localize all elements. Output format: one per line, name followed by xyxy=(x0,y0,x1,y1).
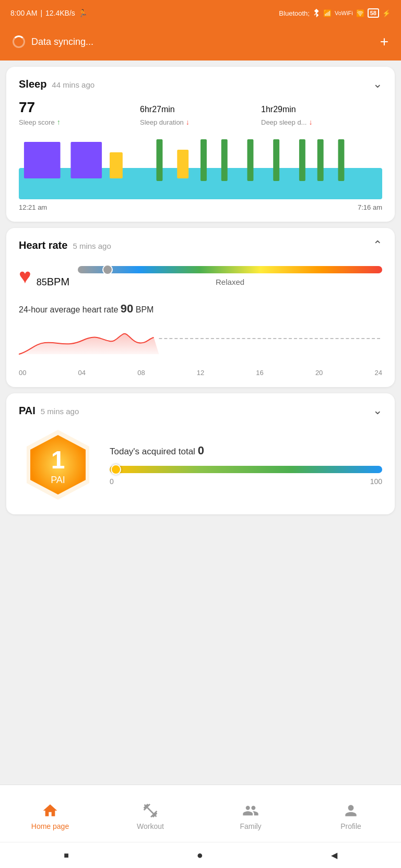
hr-chart xyxy=(19,323,382,365)
sleep-chart xyxy=(19,137,382,199)
svg-rect-5 xyxy=(177,150,188,178)
heart-rate-card: Heart rate 5 mins ago ⌃ ♥ 85BPM Relaxed … xyxy=(6,228,395,387)
charging-icon: ⚡ xyxy=(382,9,391,17)
header: Data syncing... + xyxy=(0,26,401,61)
pai-acquired: Today's acquired total 0 xyxy=(110,444,382,457)
hr-time-8: 08 xyxy=(137,369,145,377)
sleep-title: Sleep xyxy=(19,78,46,90)
pai-range-min: 0 xyxy=(110,477,114,486)
hr-time-4: 04 xyxy=(78,369,86,377)
stop-button[interactable]: ■ xyxy=(64,851,69,860)
status-time: 8:00 AM xyxy=(10,9,37,17)
home-icon xyxy=(42,802,58,819)
svg-rect-12 xyxy=(317,139,324,181)
status-bar: 8:00 AM | 12.4KB/s 🏃 Bluetooth; 📶 VoWiFi… xyxy=(0,0,401,26)
nav-label-home: Home page xyxy=(31,822,69,830)
nav-item-profile[interactable]: Profile xyxy=(301,785,401,842)
svg-rect-10 xyxy=(273,139,279,181)
sleep-duration-stat: 6hr27min Sleep duration ↓ xyxy=(140,99,261,126)
pai-time-ago: 5 mins ago xyxy=(41,407,79,416)
bluetooth-icon: Bluetooth; xyxy=(279,9,310,17)
sleep-deep-stat: 1hr29min Deep sleep d... ↓ xyxy=(261,99,382,126)
sleep-card: Sleep 44 mins ago ⌄ 77 Sleep score ↑ 6hr… xyxy=(6,67,395,222)
status-network-icon: 🏃 xyxy=(78,9,87,17)
sleep-card-header: Sleep 44 mins ago ⌄ xyxy=(19,77,382,91)
svg-rect-6 xyxy=(156,139,162,181)
avg-bpm-value: 90 xyxy=(121,302,133,315)
svg-rect-13 xyxy=(338,139,344,181)
status-network: 12.4KB/s xyxy=(45,9,75,17)
pai-progress-indicator xyxy=(111,464,121,475)
sleep-score-value: 77 xyxy=(19,99,140,116)
heart-icon: ♥ xyxy=(19,264,31,288)
status-right: Bluetooth; 📶 VoWiFi 🛜 58 ⚡ xyxy=(279,8,391,18)
sleep-duration-label: Sleep duration ↓ xyxy=(140,118,261,126)
svg-rect-3 xyxy=(70,142,102,178)
heart-rate-main: ♥ 85BPM Relaxed xyxy=(19,260,382,292)
sleep-score-trend: ↑ xyxy=(57,118,61,126)
sleep-timeline: 12:21 am 7:16 am xyxy=(19,203,382,211)
heart-rate-title: Heart rate xyxy=(19,239,67,251)
heart-rate-status: Relaxed xyxy=(216,278,244,286)
pai-right: Today's acquired total 0 0 100 xyxy=(110,444,382,486)
main-content: Sleep 44 mins ago ⌄ 77 Sleep score ↑ 6hr… xyxy=(0,67,401,604)
hr-time-24: 24 xyxy=(374,369,382,377)
svg-rect-2 xyxy=(24,142,61,178)
avg-heart-rate: 24-hour average heart rate 90 BPM xyxy=(19,302,382,316)
nav-label-workout: Workout xyxy=(137,822,164,830)
heart-rate-gauge-indicator xyxy=(102,264,113,275)
pai-card-header: PAI 5 mins ago ⌄ xyxy=(19,404,382,417)
pai-hexagon: 1 PAI xyxy=(19,426,97,504)
battery-icon: 58 xyxy=(368,8,379,18)
sleep-score-label: Sleep score ↑ xyxy=(19,118,140,126)
hr-chart-svg xyxy=(19,323,382,365)
pai-expand-icon[interactable]: ⌄ xyxy=(373,404,382,417)
vowifi-icon: VoWiFi xyxy=(335,10,353,16)
back-button[interactable]: ◀ xyxy=(331,850,337,860)
sleep-expand-icon[interactable]: ⌄ xyxy=(373,77,382,91)
svg-text:PAI: PAI xyxy=(51,475,65,485)
nav-label-family: Family xyxy=(240,822,261,830)
status-left: 8:00 AM | 12.4KB/s 🏃 xyxy=(10,9,87,17)
family-icon xyxy=(242,802,259,819)
bottom-nav: Home page Workout Family Profile xyxy=(0,785,401,842)
heart-rate-gauge-bar xyxy=(78,266,382,273)
svg-rect-8 xyxy=(221,139,228,181)
pai-progress-bar xyxy=(110,466,382,473)
pai-title: PAI xyxy=(19,405,36,417)
nav-item-home[interactable]: Home page xyxy=(0,785,100,842)
sleep-chart-svg xyxy=(19,137,382,199)
sleep-deep-trend: ↓ xyxy=(309,118,312,126)
pai-card: PAI 5 mins ago ⌄ xyxy=(6,393,395,514)
signal-icon: 📶 xyxy=(323,9,332,17)
heart-gauge: Relaxed xyxy=(78,266,382,286)
hr-time-0: 00 xyxy=(19,369,26,377)
sleep-time-ago: 44 mins ago xyxy=(52,80,95,89)
hr-time-16: 16 xyxy=(256,369,263,377)
nav-item-family[interactable]: Family xyxy=(200,785,301,842)
pai-range: 0 100 xyxy=(110,477,382,486)
sync-spinner xyxy=(13,35,25,48)
pai-hexagon-svg: 1 PAI xyxy=(19,426,97,504)
heart-bpm-value: 85BPM xyxy=(37,260,69,292)
svg-rect-11 xyxy=(299,139,305,181)
sleep-deep-value: 1hr29min xyxy=(261,99,382,116)
heart-rate-title-row: Heart rate 5 mins ago xyxy=(19,239,111,251)
sync-text: Data syncing... xyxy=(31,37,93,47)
heart-rate-time-ago: 5 mins ago xyxy=(73,242,111,250)
svg-rect-9 xyxy=(247,139,253,181)
sleep-deep-label: Deep sleep d... ↓ xyxy=(261,118,382,126)
sleep-duration-trend: ↓ xyxy=(186,118,190,126)
sync-area: Data syncing... xyxy=(13,35,93,48)
svg-text:1: 1 xyxy=(51,446,65,474)
home-button[interactable]: ● xyxy=(197,849,203,861)
sleep-end-time: 7:16 am xyxy=(358,203,382,211)
add-button[interactable]: + xyxy=(380,33,388,50)
svg-rect-7 xyxy=(200,139,207,181)
profile-icon xyxy=(343,802,359,819)
nav-item-workout[interactable]: Workout xyxy=(100,785,200,842)
system-bar: ■ ● ◀ xyxy=(0,842,401,868)
pai-title-row: PAI 5 mins ago xyxy=(19,405,79,417)
sleep-score-stat: 77 Sleep score ↑ xyxy=(19,99,140,126)
heart-rate-expand-icon[interactable]: ⌃ xyxy=(373,238,382,252)
